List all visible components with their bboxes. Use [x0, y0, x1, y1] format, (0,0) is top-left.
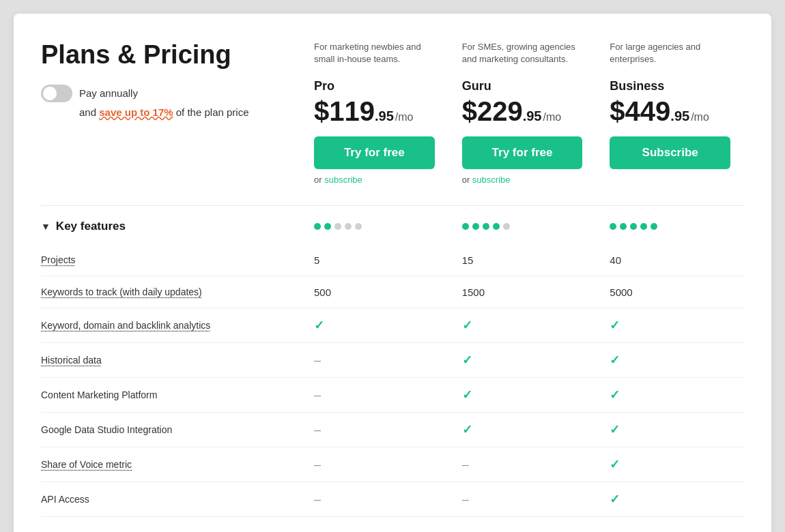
feature-name-col: API Access [41, 493, 300, 505]
feature-value-col: ✓ [596, 492, 744, 507]
table-row: Projects51540 [41, 244, 744, 276]
guru-price-cents: .95 [523, 108, 542, 124]
feature-name: API Access [41, 494, 89, 505]
feature-value-col: ✓ [596, 318, 744, 333]
check-icon: ✓ [610, 319, 620, 332]
feature-name: Keyword, domain and backlink analytics [41, 320, 210, 331]
pro-subscribe-link[interactable]: subscribe [324, 175, 362, 185]
dash-icon: – [314, 423, 321, 437]
feature-name-col: Content Marketing Platform [41, 389, 300, 401]
feature-value-col: 40 [596, 254, 744, 266]
feature-value-col: 15 [448, 254, 597, 266]
annual-toggle[interactable] [41, 85, 72, 102]
features-list: Projects51540Keywords to track (with dai… [41, 244, 744, 517]
check-icon: ✓ [462, 353, 472, 367]
feature-value-col: ✓ [448, 387, 597, 402]
feature-value-col: ✓ [300, 318, 448, 333]
plan-business: For large agencies and enterprises. Busi… [596, 41, 744, 185]
features-header: ▼ Key features [41, 220, 744, 233]
pro-dots-col [300, 223, 448, 230]
guru-or-subscribe: or subscribe [462, 175, 583, 185]
table-row: Historical data–✓✓ [41, 343, 744, 378]
section-divider [41, 205, 744, 206]
pro-or-text: or [314, 175, 324, 185]
dash-icon: – [462, 492, 469, 506]
plan-pro-price: $119.95/mo [314, 96, 435, 127]
pro-or-subscribe: or subscribe [314, 175, 435, 185]
feature-name: Share of Voice metric [41, 459, 132, 470]
feature-value-col: – [448, 492, 597, 507]
plan-guru-desc: For SMEs, growing agencies and marketing… [462, 41, 583, 71]
guru-dot-4 [493, 223, 500, 230]
dash-icon: – [314, 492, 321, 506]
business-dot-3 [630, 223, 637, 230]
title-area: Plans & Pricing Pay annually and save up… [41, 41, 300, 118]
page-title: Plans & Pricing [41, 41, 280, 70]
feature-value-col: 5000 [596, 286, 744, 298]
check-icon: ✓ [610, 388, 620, 402]
guru-dots [462, 223, 583, 230]
pro-price-period: /mo [395, 111, 414, 123]
feature-name-col: Historical data [41, 354, 300, 366]
business-dot-1 [610, 223, 616, 230]
pro-dot-1 [314, 223, 321, 230]
pro-try-button[interactable]: Try for free [314, 136, 435, 169]
guru-price-period: /mo [543, 111, 561, 123]
feature-value-col: ✓ [596, 387, 744, 402]
feature-value-col: ✓ [596, 422, 744, 437]
feature-value-col: 500 [300, 286, 448, 298]
plan-guru-price: $229.95/mo [462, 96, 583, 127]
business-dot-2 [620, 223, 627, 230]
business-dots-col [596, 223, 744, 230]
feature-value-col: ✓ [448, 353, 597, 368]
feature-value-col: 1500 [448, 286, 597, 298]
guru-try-button[interactable]: Try for free [462, 136, 583, 169]
guru-price-main: $229 [462, 96, 523, 127]
save-prefix: and [79, 106, 99, 118]
guru-dot-1 [462, 223, 469, 230]
save-text-row: and save up to 17% of the plan price [79, 106, 280, 118]
check-icon: ✓ [610, 353, 620, 367]
plan-pro-name: Pro [314, 79, 435, 93]
feature-name-col: Keyword, domain and backlink analytics [41, 319, 300, 331]
plan-business-desc: For large agencies and enterprises. [610, 41, 730, 71]
feature-name: Projects [41, 254, 76, 265]
feature-value-col: ✓ [596, 457, 744, 472]
chevron-down-icon[interactable]: ▼ [41, 221, 51, 232]
plan-business-name: Business [610, 79, 730, 93]
feature-value-col: – [300, 492, 448, 507]
features-section: ▼ Key features [41, 220, 744, 517]
feature-name-col: Keywords to track (with daily updates) [41, 286, 300, 298]
check-icon: ✓ [610, 492, 620, 506]
feature-value-col: ✓ [596, 353, 744, 368]
feature-name: Keywords to track (with daily updates) [41, 286, 202, 297]
dash-icon: – [314, 353, 321, 367]
feature-value-col: – [300, 388, 448, 402]
dash-icon: – [314, 458, 321, 471]
feature-value-col: 5 [300, 254, 448, 266]
pro-dot-5 [355, 223, 362, 230]
table-row: Keyword, domain and backlink analytics✓✓… [41, 308, 744, 343]
guru-dot-5 [503, 223, 510, 230]
guru-subscribe-link[interactable]: subscribe [472, 175, 511, 185]
pro-price-cents: .95 [375, 108, 394, 124]
business-subscribe-button[interactable]: Subscribe [610, 136, 730, 169]
save-suffix: of the plan price [173, 106, 249, 118]
guru-dot-3 [483, 223, 489, 230]
feature-value-col: – [300, 423, 448, 437]
pro-dot-2 [324, 223, 331, 230]
plan-pro: For marketing newbies and small in-house… [300, 41, 448, 185]
business-price-cents: .95 [670, 108, 689, 124]
guru-dot-2 [472, 223, 479, 230]
check-icon: ✓ [462, 423, 472, 437]
dash-icon: – [314, 388, 321, 402]
table-row: Content Marketing Platform–✓✓ [41, 378, 744, 413]
check-icon: ✓ [610, 423, 620, 437]
toggle-label: Pay annually [79, 87, 138, 99]
pro-dots [314, 223, 435, 230]
guru-dots-col [448, 223, 597, 230]
dash-icon: – [462, 458, 469, 471]
pro-dot-4 [345, 223, 352, 230]
pricing-card: Plans & Pricing Pay annually and save up… [14, 14, 771, 532]
plan-business-price: $449.95/mo [610, 96, 730, 127]
